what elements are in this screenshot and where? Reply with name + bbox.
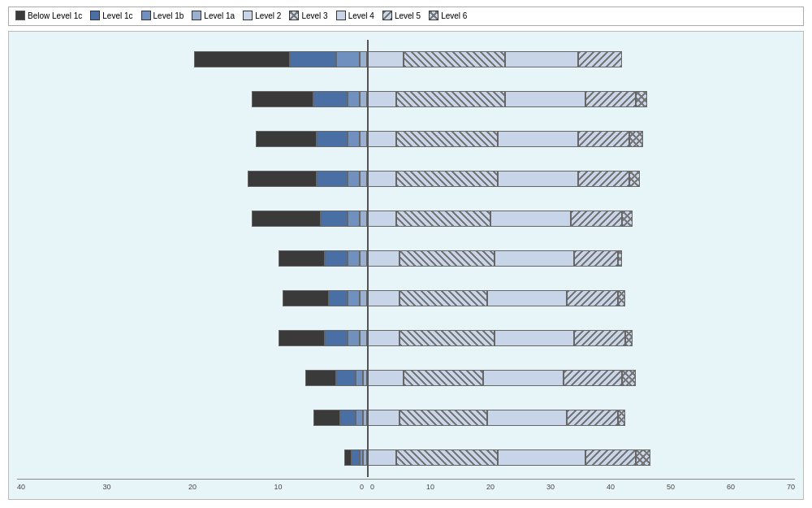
bar-segment — [360, 290, 367, 306]
bar-segment — [629, 171, 640, 187]
left-bars — [17, 131, 367, 147]
bar-segment — [360, 330, 367, 346]
bar-segment — [400, 410, 486, 426]
bar-segment — [348, 131, 359, 147]
chart-legend: Below Level 1cLevel 1cLevel 1bLevel 1aLe… — [8, 7, 804, 26]
bar-segment — [622, 370, 637, 386]
right-bars — [367, 330, 795, 346]
bar-segment — [571, 211, 622, 227]
bar-segment — [585, 91, 637, 107]
bar-segment — [352, 449, 359, 466]
bar-segment — [498, 449, 585, 466]
bar-row — [17, 367, 795, 389]
bar-segment — [360, 91, 367, 107]
left-bars — [17, 370, 367, 386]
bar-segment — [194, 51, 291, 67]
bar-segment — [367, 330, 400, 346]
bar-segment — [340, 410, 356, 426]
legend-label: Level 1c — [102, 11, 132, 20]
bar-segment — [567, 410, 618, 426]
right-bars — [367, 171, 795, 187]
left-bars — [17, 410, 367, 426]
bar-segment — [348, 171, 359, 187]
bar-segment — [396, 131, 498, 147]
legend-item: Level 4 — [336, 11, 374, 20]
bar-segment — [360, 250, 367, 267]
bar-segment — [356, 370, 363, 386]
bars-wrapper — [17, 40, 795, 477]
bar-segment — [360, 171, 367, 187]
bar-segment — [483, 370, 564, 386]
bar-segment — [564, 370, 622, 386]
bar-segment — [400, 330, 494, 346]
bar-segment — [490, 211, 571, 227]
legend-label: Level 6 — [441, 11, 467, 20]
bar-segment — [396, 449, 498, 466]
bar-segment — [252, 211, 321, 227]
bar-segment — [578, 171, 629, 187]
bar-segment — [367, 250, 400, 267]
legend-label: Level 2 — [255, 11, 281, 20]
legend-item: Level 6 — [429, 11, 467, 20]
bar-segment — [629, 131, 644, 147]
center-divider — [367, 40, 369, 477]
bar-row — [17, 88, 795, 111]
right-bars — [367, 51, 795, 67]
bar-segment — [290, 51, 336, 67]
bar-segment — [348, 290, 359, 306]
right-bars — [367, 410, 795, 426]
legend-swatch — [382, 11, 392, 20]
legend-item: Level 5 — [382, 11, 421, 20]
left-bars — [17, 330, 367, 346]
legend-label: Level 4 — [348, 11, 374, 20]
bar-segment — [400, 290, 486, 306]
legend-label: Level 1b — [153, 11, 184, 20]
bar-segment — [505, 91, 585, 107]
bar-segment — [567, 290, 618, 306]
bar-segment — [248, 171, 317, 187]
bar-segment — [325, 250, 348, 267]
bar-row — [17, 48, 795, 71]
bar-segment — [618, 250, 621, 267]
bar-segment — [396, 91, 505, 107]
bar-segment — [356, 410, 363, 426]
chart-container: Below Level 1cLevel 1cLevel 1bLevel 1aLe… — [0, 0, 812, 508]
bar-segment — [305, 370, 336, 386]
bar-segment — [367, 171, 396, 187]
legend-swatch — [15, 11, 25, 20]
legend-swatch — [289, 11, 299, 20]
bar-segment — [578, 51, 622, 67]
legend-swatch — [429, 11, 438, 20]
bar-segment — [321, 211, 348, 227]
bar-segment — [400, 250, 494, 267]
legend-label: Below Level 1c — [28, 11, 82, 20]
bar-segment — [396, 211, 490, 227]
bar-segment — [367, 449, 396, 466]
x-axis-labels: 403020100 010203040506070 — [17, 483, 795, 491]
bar-row — [17, 128, 795, 150]
chart-area: 403020100 010203040506070 — [8, 31, 804, 500]
bar-segment — [317, 131, 348, 147]
bar-segment — [317, 171, 348, 187]
bar-segment — [367, 370, 404, 386]
bar-segment — [283, 290, 329, 306]
right-bars — [367, 370, 795, 386]
left-bars — [17, 171, 367, 187]
left-bars — [17, 250, 367, 267]
bar-segment — [279, 250, 325, 267]
bar-segment — [279, 330, 325, 346]
bar-segment — [360, 211, 367, 227]
bar-segment — [348, 330, 359, 346]
bar-row — [17, 406, 795, 429]
bar-segment — [348, 91, 359, 107]
bar-segment — [252, 91, 313, 107]
left-bars — [17, 449, 367, 466]
bar-row — [17, 247, 795, 270]
right-bars — [367, 449, 795, 466]
legend-swatch — [192, 11, 201, 20]
bar-row — [17, 446, 795, 469]
legend-item: Level 3 — [289, 11, 327, 20]
left-bars — [17, 211, 367, 227]
bar-segment — [360, 51, 367, 67]
legend-item: Below Level 1c — [15, 11, 82, 20]
